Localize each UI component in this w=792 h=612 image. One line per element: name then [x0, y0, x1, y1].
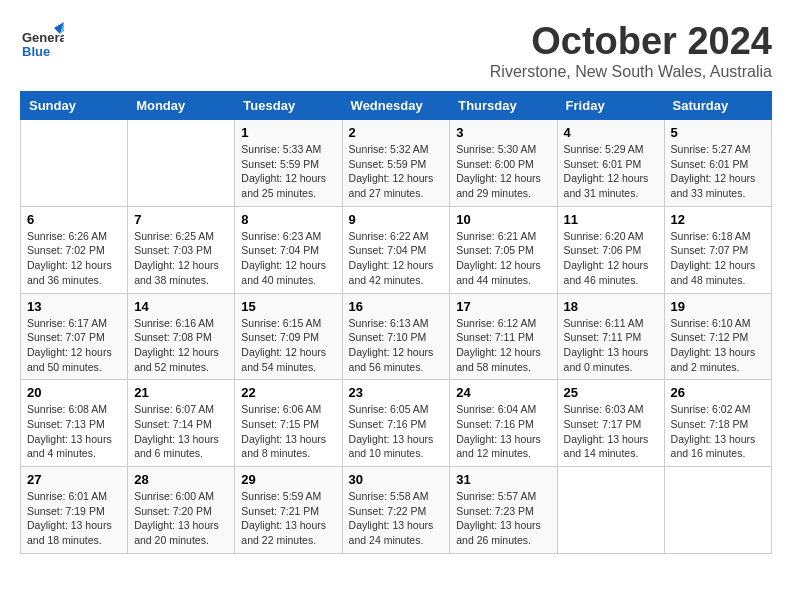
calendar-week-4: 20Sunrise: 6:08 AM Sunset: 7:13 PM Dayli… — [21, 380, 772, 467]
cell-content: Sunrise: 6:11 AM Sunset: 7:11 PM Dayligh… — [564, 316, 658, 375]
day-header-saturday: Saturday — [664, 92, 771, 120]
calendar-cell: 4Sunrise: 5:29 AM Sunset: 6:01 PM Daylig… — [557, 120, 664, 207]
day-number: 4 — [564, 125, 658, 140]
calendar-cell: 26Sunrise: 6:02 AM Sunset: 7:18 PM Dayli… — [664, 380, 771, 467]
cell-content: Sunrise: 6:00 AM Sunset: 7:20 PM Dayligh… — [134, 489, 228, 548]
calendar-cell — [664, 467, 771, 554]
calendar-week-2: 6Sunrise: 6:26 AM Sunset: 7:02 PM Daylig… — [21, 206, 772, 293]
cell-content: Sunrise: 5:30 AM Sunset: 6:00 PM Dayligh… — [456, 142, 550, 201]
day-number: 3 — [456, 125, 550, 140]
cell-content: Sunrise: 6:20 AM Sunset: 7:06 PM Dayligh… — [564, 229, 658, 288]
svg-text:Blue: Blue — [22, 44, 50, 59]
calendar-week-3: 13Sunrise: 6:17 AM Sunset: 7:07 PM Dayli… — [21, 293, 772, 380]
cell-content: Sunrise: 6:12 AM Sunset: 7:11 PM Dayligh… — [456, 316, 550, 375]
day-number: 13 — [27, 299, 121, 314]
cell-content: Sunrise: 6:06 AM Sunset: 7:15 PM Dayligh… — [241, 402, 335, 461]
cell-content: Sunrise: 6:02 AM Sunset: 7:18 PM Dayligh… — [671, 402, 765, 461]
day-number: 5 — [671, 125, 765, 140]
calendar-cell: 19Sunrise: 6:10 AM Sunset: 7:12 PM Dayli… — [664, 293, 771, 380]
cell-content: Sunrise: 6:08 AM Sunset: 7:13 PM Dayligh… — [27, 402, 121, 461]
day-number: 27 — [27, 472, 121, 487]
day-number: 11 — [564, 212, 658, 227]
title-area: October 2024 Riverstone, New South Wales… — [490, 20, 772, 81]
calendar-cell: 29Sunrise: 5:59 AM Sunset: 7:21 PM Dayli… — [235, 467, 342, 554]
cell-content: Sunrise: 6:26 AM Sunset: 7:02 PM Dayligh… — [27, 229, 121, 288]
calendar-cell — [21, 120, 128, 207]
day-number: 10 — [456, 212, 550, 227]
day-header-sunday: Sunday — [21, 92, 128, 120]
calendar-cell: 10Sunrise: 6:21 AM Sunset: 7:05 PM Dayli… — [450, 206, 557, 293]
calendar-cell: 15Sunrise: 6:15 AM Sunset: 7:09 PM Dayli… — [235, 293, 342, 380]
day-number: 15 — [241, 299, 335, 314]
day-number: 2 — [349, 125, 444, 140]
day-number: 26 — [671, 385, 765, 400]
calendar-cell: 12Sunrise: 6:18 AM Sunset: 7:07 PM Dayli… — [664, 206, 771, 293]
cell-content: Sunrise: 6:16 AM Sunset: 7:08 PM Dayligh… — [134, 316, 228, 375]
cell-content: Sunrise: 6:07 AM Sunset: 7:14 PM Dayligh… — [134, 402, 228, 461]
day-number: 20 — [27, 385, 121, 400]
day-number: 1 — [241, 125, 335, 140]
calendar-cell: 6Sunrise: 6:26 AM Sunset: 7:02 PM Daylig… — [21, 206, 128, 293]
logo: General Blue — [20, 20, 64, 64]
calendar-week-1: 1Sunrise: 5:33 AM Sunset: 5:59 PM Daylig… — [21, 120, 772, 207]
calendar-cell: 25Sunrise: 6:03 AM Sunset: 7:17 PM Dayli… — [557, 380, 664, 467]
month-title: October 2024 — [490, 20, 772, 63]
day-number: 9 — [349, 212, 444, 227]
cell-content: Sunrise: 6:13 AM Sunset: 7:10 PM Dayligh… — [349, 316, 444, 375]
cell-content: Sunrise: 5:27 AM Sunset: 6:01 PM Dayligh… — [671, 142, 765, 201]
day-number: 17 — [456, 299, 550, 314]
day-header-monday: Monday — [128, 92, 235, 120]
calendar-cell: 21Sunrise: 6:07 AM Sunset: 7:14 PM Dayli… — [128, 380, 235, 467]
day-number: 6 — [27, 212, 121, 227]
calendar-cell — [557, 467, 664, 554]
day-number: 28 — [134, 472, 228, 487]
calendar-cell: 22Sunrise: 6:06 AM Sunset: 7:15 PM Dayli… — [235, 380, 342, 467]
calendar-cell: 31Sunrise: 5:57 AM Sunset: 7:23 PM Dayli… — [450, 467, 557, 554]
cell-content: Sunrise: 5:58 AM Sunset: 7:22 PM Dayligh… — [349, 489, 444, 548]
cell-content: Sunrise: 6:22 AM Sunset: 7:04 PM Dayligh… — [349, 229, 444, 288]
cell-content: Sunrise: 5:57 AM Sunset: 7:23 PM Dayligh… — [456, 489, 550, 548]
day-number: 31 — [456, 472, 550, 487]
logo-icon: General Blue — [20, 20, 64, 64]
day-number: 25 — [564, 385, 658, 400]
cell-content: Sunrise: 5:32 AM Sunset: 5:59 PM Dayligh… — [349, 142, 444, 201]
calendar-cell: 28Sunrise: 6:00 AM Sunset: 7:20 PM Dayli… — [128, 467, 235, 554]
calendar-cell: 16Sunrise: 6:13 AM Sunset: 7:10 PM Dayli… — [342, 293, 450, 380]
calendar-cell: 3Sunrise: 5:30 AM Sunset: 6:00 PM Daylig… — [450, 120, 557, 207]
day-number: 22 — [241, 385, 335, 400]
day-number: 8 — [241, 212, 335, 227]
day-number: 19 — [671, 299, 765, 314]
cell-content: Sunrise: 6:04 AM Sunset: 7:16 PM Dayligh… — [456, 402, 550, 461]
day-number: 14 — [134, 299, 228, 314]
calendar-cell: 24Sunrise: 6:04 AM Sunset: 7:16 PM Dayli… — [450, 380, 557, 467]
day-number: 21 — [134, 385, 228, 400]
cell-content: Sunrise: 6:05 AM Sunset: 7:16 PM Dayligh… — [349, 402, 444, 461]
cell-content: Sunrise: 5:29 AM Sunset: 6:01 PM Dayligh… — [564, 142, 658, 201]
day-header-wednesday: Wednesday — [342, 92, 450, 120]
day-header-thursday: Thursday — [450, 92, 557, 120]
location: Riverstone, New South Wales, Australia — [490, 63, 772, 81]
day-number: 24 — [456, 385, 550, 400]
calendar-cell: 11Sunrise: 6:20 AM Sunset: 7:06 PM Dayli… — [557, 206, 664, 293]
cell-content: Sunrise: 5:59 AM Sunset: 7:21 PM Dayligh… — [241, 489, 335, 548]
calendar-week-5: 27Sunrise: 6:01 AM Sunset: 7:19 PM Dayli… — [21, 467, 772, 554]
cell-content: Sunrise: 5:33 AM Sunset: 5:59 PM Dayligh… — [241, 142, 335, 201]
day-number: 29 — [241, 472, 335, 487]
calendar-cell: 18Sunrise: 6:11 AM Sunset: 7:11 PM Dayli… — [557, 293, 664, 380]
calendar-cell: 27Sunrise: 6:01 AM Sunset: 7:19 PM Dayli… — [21, 467, 128, 554]
cell-content: Sunrise: 6:18 AM Sunset: 7:07 PM Dayligh… — [671, 229, 765, 288]
cell-content: Sunrise: 6:03 AM Sunset: 7:17 PM Dayligh… — [564, 402, 658, 461]
calendar-cell: 17Sunrise: 6:12 AM Sunset: 7:11 PM Dayli… — [450, 293, 557, 380]
cell-content: Sunrise: 6:23 AM Sunset: 7:04 PM Dayligh… — [241, 229, 335, 288]
cell-content: Sunrise: 6:25 AM Sunset: 7:03 PM Dayligh… — [134, 229, 228, 288]
calendar-cell: 7Sunrise: 6:25 AM Sunset: 7:03 PM Daylig… — [128, 206, 235, 293]
day-number: 16 — [349, 299, 444, 314]
page-header: General Blue October 2024 Riverstone, Ne… — [20, 20, 772, 81]
calendar-cell: 2Sunrise: 5:32 AM Sunset: 5:59 PM Daylig… — [342, 120, 450, 207]
day-number: 12 — [671, 212, 765, 227]
calendar-cell: 9Sunrise: 6:22 AM Sunset: 7:04 PM Daylig… — [342, 206, 450, 293]
day-header-friday: Friday — [557, 92, 664, 120]
cell-content: Sunrise: 6:17 AM Sunset: 7:07 PM Dayligh… — [27, 316, 121, 375]
day-header-tuesday: Tuesday — [235, 92, 342, 120]
day-number: 18 — [564, 299, 658, 314]
